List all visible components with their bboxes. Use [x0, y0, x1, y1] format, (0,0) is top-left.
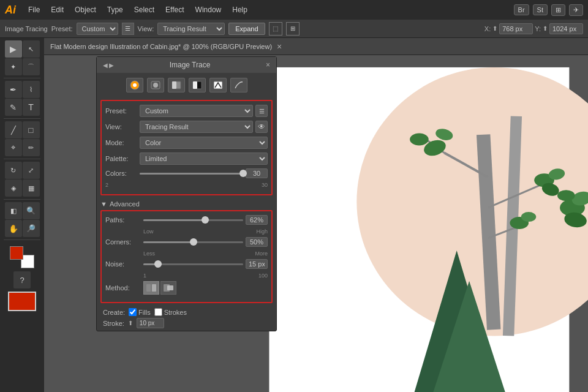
view-row-select[interactable]: Tracing Result [140, 121, 253, 133]
menu-effect[interactable]: Effect [160, 3, 189, 17]
selection-tool[interactable]: ▶ [5, 40, 22, 58]
menu-edit[interactable]: Edit [46, 3, 69, 17]
preset-auto-icon[interactable] [126, 78, 143, 92]
blend-tool[interactable]: ◈ [5, 179, 22, 197]
stroke-row: Stroke: ⬆ [103, 318, 270, 328]
method-buttons [143, 281, 176, 295]
line-tool[interactable]: ╱ [5, 121, 22, 138]
noise-slider-thumb[interactable] [154, 260, 162, 268]
advanced-header[interactable]: ▼ Advanced [97, 198, 276, 210]
text-tool[interactable]: T [23, 99, 40, 116]
method-overlapping-btn[interactable] [160, 281, 176, 295]
panel-close-icon[interactable]: × [266, 61, 270, 69]
direct-selection-tool[interactable]: ↖ [23, 40, 40, 58]
colors-slider-track [140, 173, 243, 175]
paths-slider-thumb[interactable] [202, 216, 209, 224]
corners-slider-thumb[interactable] [190, 238, 197, 246]
preset-row-select[interactable]: Custom [140, 105, 253, 117]
corners-value-input[interactable] [246, 237, 268, 247]
noise-value-input[interactable] [246, 259, 268, 269]
create-row: Create: Fills Strokes [103, 308, 270, 316]
foreground-color-swatch[interactable] [10, 246, 23, 260]
colors-slider-fill [140, 173, 243, 175]
mode-row: Mode: Color [105, 137, 268, 149]
panel-header[interactable]: ◀ ▶ Image Trace × [97, 57, 276, 73]
menu-help[interactable]: Help [227, 3, 252, 17]
scale-tool[interactable]: ⤢ [23, 162, 40, 179]
view-eye-icon[interactable]: 👁 [255, 121, 268, 133]
y-input[interactable] [549, 23, 583, 34]
preset-lineart-icon[interactable] [209, 78, 227, 92]
bridge-icon-btn[interactable]: Br [514, 4, 529, 15]
column-graph-tool[interactable]: ▦ [23, 179, 40, 197]
preset-grayscale-icon[interactable] [168, 78, 185, 92]
question-tool[interactable]: ? [13, 271, 31, 288]
main-area: ▶ ↖ ✦ ⌒ ✒ ⌇ ✎ T ╱ □ ⌖ ✏ ↻ ⤢ ◈ [0, 38, 588, 392]
preset-select[interactable]: Custom [77, 23, 118, 35]
zoom-tool[interactable]: 🔎 [23, 220, 40, 237]
method-abutting-btn[interactable] [143, 281, 159, 295]
curvature-tool[interactable]: ⌇ [23, 81, 40, 98]
corners-slider-container [143, 237, 243, 247]
lasso-tool[interactable]: ⌒ [23, 58, 40, 75]
gradient-tool[interactable]: ◧ [5, 202, 22, 219]
strokes-checkbox[interactable] [154, 308, 162, 316]
preset-bw-icon[interactable] [189, 78, 206, 92]
image-tracing-label: Image Tracing [5, 25, 48, 32]
view-label: View: [138, 25, 154, 32]
share-icon-btn[interactable]: ✈ [569, 4, 583, 16]
palette-row: Palette: Limited [105, 153, 268, 165]
pencil-tool[interactable]: ✏ [23, 139, 40, 156]
view-select[interactable]: Tracing Result [157, 23, 225, 35]
colors-value-input[interactable] [246, 168, 268, 178]
paths-value-input[interactable] [246, 215, 268, 225]
paintbrush-tool[interactable]: ⌖ [5, 139, 22, 156]
corners-slider-fill [143, 241, 194, 243]
preset-options-icon[interactable]: ☰ [122, 23, 134, 35]
panel-collapse-icons[interactable]: ◀ ▶ [103, 62, 114, 69]
stroke-value-input[interactable] [137, 318, 164, 328]
grid-icon-btn[interactable]: ⊞ [551, 4, 565, 16]
fills-checkbox[interactable] [129, 308, 137, 316]
menu-object[interactable]: Object [70, 3, 101, 17]
transform-icon[interactable]: ⬚ [269, 22, 282, 36]
menu-window[interactable]: Window [190, 3, 227, 17]
advanced-section: Paths: Low High Corners: [100, 210, 273, 303]
collapse-left-icon[interactable]: ◀ [103, 62, 108, 69]
stock-icon-btn[interactable]: St [533, 4, 548, 15]
menu-type[interactable]: Type [102, 3, 128, 17]
hand-tool[interactable]: ✋ [5, 220, 22, 237]
method-row: Method: [105, 281, 268, 295]
x-input[interactable] [499, 23, 533, 34]
strokes-checkbox-label[interactable]: Strokes [154, 308, 187, 316]
preset-menu-icon[interactable]: ☰ [255, 105, 268, 117]
screen-mode-indicator[interactable] [8, 292, 36, 311]
eyedropper-tool[interactable]: 🔍 [23, 202, 40, 219]
paths-slider-track [143, 219, 243, 221]
add-anchor-tool[interactable]: ✎ [5, 99, 22, 116]
y-label: Y: [535, 25, 541, 32]
colors-slider-thumb[interactable] [239, 170, 247, 177]
corners-row: Corners: [105, 237, 268, 247]
preset-sketch-icon[interactable] [230, 78, 247, 92]
fills-checkbox-label[interactable]: Fills [129, 308, 151, 316]
noise-min-label: 1 [143, 273, 146, 279]
rotate-tool[interactable]: ↻ [5, 162, 22, 179]
left-toolbox: ▶ ↖ ✦ ⌒ ✒ ⌇ ✎ T ╱ □ ⌖ ✏ ↻ ⤢ ◈ [0, 38, 44, 392]
expand-button[interactable]: Expand [228, 23, 265, 35]
magic-wand-tool[interactable]: ✦ [5, 58, 22, 75]
menu-select[interactable]: Select [129, 3, 159, 17]
corners-max-label: More [255, 251, 268, 257]
collapse-right-icon[interactable]: ▶ [109, 62, 114, 69]
rect-tool[interactable]: □ [23, 121, 40, 138]
x-label: X: [484, 25, 491, 32]
canvas-tab-close[interactable]: × [277, 42, 282, 51]
y-arrow-icon: ⬆ [543, 25, 548, 32]
align-icon[interactable]: ⊞ [286, 22, 300, 36]
svg-point-18 [521, 212, 536, 222]
menu-file[interactable]: File [23, 3, 45, 17]
pen-tool[interactable]: ✒ [5, 81, 22, 98]
preset-photo-icon[interactable] [147, 78, 164, 92]
palette-row-select[interactable]: Limited [140, 153, 268, 165]
mode-row-select[interactable]: Color [140, 137, 268, 149]
